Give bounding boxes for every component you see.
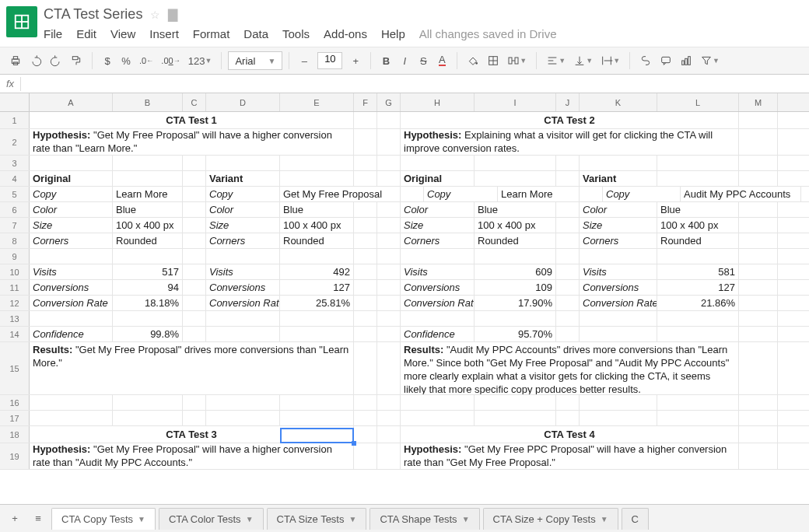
row-header[interactable]: 17 bbox=[0, 411, 30, 425]
cell[interactable]: Copy bbox=[30, 187, 113, 201]
row-header[interactable]: 10 bbox=[0, 264, 30, 279]
merge-cells-button[interactable]: ▼ bbox=[504, 51, 530, 70]
caret-down-icon[interactable]: ▼ bbox=[462, 515, 470, 523]
format-currency[interactable]: $ bbox=[99, 51, 116, 70]
spreadsheet-grid[interactable]: A B C D E F G H I J K L M 1 CTA Test 1 C… bbox=[0, 93, 809, 470]
text-color-button[interactable]: A bbox=[433, 51, 450, 70]
undo-icon[interactable] bbox=[26, 51, 45, 70]
insert-chart-icon[interactable] bbox=[677, 51, 695, 70]
col-A[interactable]: A bbox=[30, 93, 113, 111]
format-percent[interactable]: % bbox=[117, 51, 135, 70]
menu-format[interactable]: Format bbox=[193, 27, 230, 40]
bold-button[interactable]: B bbox=[377, 51, 394, 70]
row-header[interactable]: 12 bbox=[0, 296, 30, 310]
row-header[interactable]: 5 bbox=[0, 187, 30, 201]
row-header[interactable]: 3 bbox=[0, 156, 30, 170]
cell[interactable]: Copy bbox=[603, 187, 681, 201]
col-M[interactable]: M bbox=[739, 93, 778, 111]
caret-down-icon[interactable]: ▼ bbox=[138, 515, 145, 523]
col-J[interactable]: J bbox=[556, 93, 580, 111]
menu-data[interactable]: Data bbox=[243, 27, 268, 40]
cell[interactable]: Original bbox=[401, 171, 475, 186]
column-headers[interactable]: A B C D E F G H I J K L M bbox=[0, 93, 809, 112]
caret-down-icon[interactable]: ▼ bbox=[348, 515, 356, 523]
redo-icon[interactable] bbox=[47, 51, 65, 70]
horizontal-align-button[interactable]: ▼ bbox=[543, 51, 569, 70]
cell[interactable]: Copy bbox=[206, 187, 280, 201]
row-header[interactable]: 11 bbox=[0, 280, 30, 295]
paint-format-icon[interactable] bbox=[67, 51, 86, 70]
col-F[interactable]: F bbox=[354, 93, 377, 111]
row-header[interactable]: 7 bbox=[0, 218, 30, 233]
caret-down-icon[interactable]: ▼ bbox=[246, 515, 254, 523]
star-icon[interactable]: ☆ bbox=[150, 9, 160, 21]
cell[interactable]: Variant bbox=[580, 171, 657, 186]
cell[interactable]: Results: "Audit My PPC Accounts" drives … bbox=[401, 342, 739, 394]
increase-decimal-icon[interactable]: .00→ bbox=[158, 51, 183, 70]
row-header[interactable]: 14 bbox=[0, 327, 30, 341]
active-cell-handle[interactable] bbox=[352, 441, 356, 446]
row-header[interactable]: 4 bbox=[0, 171, 30, 186]
col-D[interactable]: D bbox=[206, 93, 280, 111]
col-B[interactable]: B bbox=[113, 93, 183, 111]
cell[interactable]: Hypothesis: "Get My Free Proposal" will … bbox=[30, 129, 354, 155]
menu-help[interactable]: Help bbox=[381, 27, 405, 40]
menu-edit[interactable]: Edit bbox=[76, 27, 96, 40]
cell[interactable] bbox=[739, 129, 778, 155]
cell[interactable]: CTA Test 3 bbox=[30, 426, 354, 443]
row-header[interactable]: 18 bbox=[0, 426, 30, 443]
col-H[interactable]: H bbox=[401, 93, 475, 111]
formula-bar[interactable]: fx bbox=[0, 75, 809, 93]
text-wrap-button[interactable]: ▼ bbox=[597, 51, 623, 70]
col-E[interactable]: E bbox=[280, 93, 354, 111]
font-family-select[interactable]: Arial▼ bbox=[228, 51, 282, 70]
row-header[interactable]: 1 bbox=[0, 112, 30, 128]
italic-button[interactable]: I bbox=[396, 51, 413, 70]
row-header[interactable]: 6 bbox=[0, 202, 30, 217]
cell[interactable] bbox=[354, 129, 377, 155]
menu-insert[interactable]: Insert bbox=[149, 27, 179, 40]
cell[interactable] bbox=[354, 112, 377, 128]
cell[interactable]: Results: "Get My Free Proposal" drives m… bbox=[30, 342, 354, 394]
all-sheets-button[interactable]: ≡ bbox=[28, 509, 48, 529]
vertical-align-button[interactable]: ▼ bbox=[570, 51, 596, 70]
cell[interactable]: Hypothesis: "Get My Free PPC Proposal" w… bbox=[401, 443, 739, 469]
row-header[interactable]: 8 bbox=[0, 233, 30, 248]
tab-cta-color-tests[interactable]: CTA Color Tests▼ bbox=[159, 508, 264, 530]
number-format-menu[interactable]: 123 ▼ bbox=[185, 51, 215, 70]
cell[interactable]: Original bbox=[30, 171, 113, 186]
row-header[interactable]: 16 bbox=[0, 395, 30, 410]
cell[interactable]: Hypothesis: "Get My Free Proposal" will … bbox=[30, 443, 354, 469]
row-header[interactable]: 9 bbox=[0, 249, 30, 264]
tab-cta-copy-tests[interactable]: CTA Copy Tests▼ bbox=[51, 508, 156, 530]
tab-cta-size-copy-tests[interactable]: CTA Size + Copy Tests▼ bbox=[483, 508, 618, 530]
col-C[interactable]: C bbox=[183, 93, 206, 111]
fill-color-button[interactable] bbox=[464, 51, 482, 70]
tab-overflow[interactable]: C bbox=[622, 508, 649, 530]
cell[interactable] bbox=[739, 112, 778, 128]
insert-link-icon[interactable] bbox=[636, 51, 655, 70]
cell[interactable]: Copy bbox=[424, 187, 498, 201]
col-I[interactable]: I bbox=[475, 93, 556, 111]
cell[interactable] bbox=[377, 129, 401, 155]
caret-down-icon[interactable]: ▼ bbox=[601, 515, 608, 523]
row-header[interactable]: 19 bbox=[0, 443, 30, 469]
menu-addons[interactable]: Add-ons bbox=[324, 27, 367, 40]
cell[interactable]: Hypothesis: Explaining what a visitor wi… bbox=[401, 129, 739, 155]
sheets-app-icon[interactable] bbox=[6, 6, 37, 37]
cell[interactable]: Learn More bbox=[113, 187, 183, 201]
borders-button[interactable] bbox=[484, 51, 503, 70]
document-title[interactable]: CTA Test Series bbox=[44, 6, 142, 23]
add-sheet-button[interactable]: + bbox=[5, 509, 25, 529]
folder-icon[interactable]: ▇ bbox=[168, 7, 177, 22]
cell[interactable]: Variant bbox=[206, 171, 280, 186]
cell[interactable]: Get My Free Proposal bbox=[280, 187, 401, 201]
tab-cta-shape-tests[interactable]: CTA Shape Tests▼ bbox=[369, 508, 479, 530]
cell[interactable]: CTA Test 2 bbox=[401, 112, 739, 128]
row-header[interactable]: 13 bbox=[0, 311, 30, 326]
cell[interactable]: CTA Test 4 bbox=[401, 426, 739, 443]
col-G[interactable]: G bbox=[377, 93, 401, 111]
filter-icon[interactable]: ▼ bbox=[697, 51, 723, 70]
row-header[interactable]: 15 bbox=[0, 342, 30, 394]
print-icon[interactable] bbox=[6, 51, 25, 70]
